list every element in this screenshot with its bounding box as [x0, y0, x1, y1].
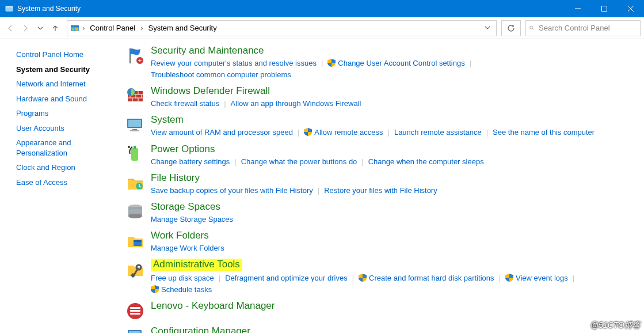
address-dropdown-icon[interactable] — [481, 24, 494, 32]
link-power-1[interactable]: Change what the power buttons do — [241, 156, 357, 168]
window-minimize-button[interactable] — [565, 0, 591, 17]
category-security-maintenance: Security and MaintenanceReview your comp… — [125, 44, 638, 81]
separator: | — [470, 58, 471, 69]
link-security-maintenance-0[interactable]: Review your computer's status and resolv… — [151, 58, 317, 69]
svg-point-30 — [128, 146, 130, 148]
search-input[interactable] — [538, 23, 637, 33]
uac-shield-icon — [359, 274, 367, 282]
address-bar[interactable]: › Control Panel › System and Security — [67, 20, 497, 36]
svg-line-11 — [532, 29, 534, 30]
separator: | — [219, 273, 220, 284]
separator: | — [321, 58, 323, 69]
storage-icon — [125, 202, 145, 222]
category-heading-workfolders[interactable]: Work Folders — [151, 230, 209, 241]
nav-up-button[interactable] — [48, 21, 62, 35]
link-system-0[interactable]: View amount of RAM and processor speed — [151, 127, 293, 138]
sidebar-item-user-accounts[interactable]: User Accounts — [16, 121, 117, 136]
firewall-icon — [125, 86, 145, 106]
link-admintools-3[interactable]: View event logs — [505, 273, 568, 284]
svg-rect-9 — [75, 28, 78, 31]
svg-rect-29 — [134, 146, 136, 149]
category-heading-filehistory[interactable]: File History — [151, 172, 200, 184]
sidebar-item-clock-and-region[interactable]: Clock and Region — [16, 160, 117, 175]
category-heading-system[interactable]: System — [151, 114, 184, 126]
chevron-right-icon[interactable]: › — [139, 24, 144, 32]
svg-rect-3 — [602, 6, 607, 12]
sidebar-item-network-and-internet[interactable]: Network and Internet — [16, 77, 117, 92]
link-system-1[interactable]: Allow remote access — [304, 127, 383, 138]
link-firewall-0[interactable]: Check firewall status — [151, 98, 219, 109]
power-icon — [125, 145, 145, 164]
link-filehistory-1[interactable]: Restore your files with File History — [324, 185, 437, 196]
sidebar-item-programs[interactable]: Programs — [16, 106, 117, 121]
separator: | — [318, 185, 319, 196]
sidebar-item-appearance-and-personalization[interactable]: Appearance and Personalization — [16, 135, 117, 160]
sidebar-item-control-panel-home[interactable]: Control Panel Home — [16, 47, 117, 62]
svg-rect-27 — [130, 130, 139, 131]
svg-rect-1 — [6, 6, 13, 8]
category-lenovo: Lenovo - Keyboard Manager — [125, 299, 638, 321]
svg-rect-36 — [134, 240, 142, 242]
separator: | — [486, 127, 488, 138]
link-admintools-1[interactable]: Defragment and optimize your drives — [225, 273, 347, 284]
category-system: SystemView amount of RAM and processor s… — [125, 113, 638, 138]
nav-back-button[interactable] — [3, 21, 17, 35]
link-security-maintenance-2[interactable]: Troubleshoot common computer problems — [151, 69, 291, 81]
titlebar-app-icon — [5, 4, 14, 13]
uac-shield-icon — [304, 128, 312, 136]
category-heading-firewall[interactable]: Windows Defender Firewall — [151, 85, 270, 97]
link-power-0[interactable]: Change battery settings — [151, 156, 230, 168]
category-heading-power[interactable]: Power Options — [151, 143, 215, 155]
separator: | — [388, 127, 390, 138]
link-storage-0[interactable]: Manage Storage Spaces — [151, 214, 233, 225]
separator: | — [224, 98, 226, 109]
refresh-button[interactable] — [501, 20, 521, 36]
svg-point-33 — [128, 214, 142, 218]
category-storage: Storage SpacesManage Storage Spaces — [125, 200, 638, 225]
category-heading-storage[interactable]: Storage Spaces — [151, 201, 220, 213]
link-security-maintenance-1[interactable]: Change User Account Control settings — [327, 58, 464, 69]
link-system-2[interactable]: Launch remote assistance — [394, 127, 482, 138]
chevron-right-icon[interactable]: › — [81, 24, 86, 32]
link-power-2[interactable]: Change when the computer sleeps — [368, 156, 484, 168]
sidebar-item-system-and-security[interactable]: System and Security — [16, 62, 117, 77]
category-heading-security-maintenance[interactable]: Security and Maintenance — [151, 45, 264, 56]
content-pane: Security and MaintenanceReview your comp… — [120, 39, 644, 333]
link-admintools-0[interactable]: Free up disk space — [151, 273, 214, 284]
link-filehistory-0[interactable]: Save backup copies of your files with Fi… — [151, 185, 313, 196]
navigation-toolbar: › Control Panel › System and Security — [0, 17, 644, 39]
link-admintools-4[interactable]: Schedule tasks — [151, 284, 212, 296]
control-panel-icon — [70, 23, 80, 33]
category-firewall: Windows Defender FirewallCheck firewall … — [125, 84, 638, 109]
security-maintenance-icon — [125, 46, 145, 66]
category-admintools: Administrative ToolsFree up disk space|D… — [125, 258, 638, 296]
svg-rect-7 — [71, 25, 79, 27]
configmgr-icon — [125, 327, 145, 333]
svg-rect-28 — [131, 148, 138, 161]
nav-recent-dropdown[interactable] — [33, 21, 47, 35]
search-box[interactable] — [525, 20, 641, 36]
breadcrumb-root[interactable]: Control Panel — [87, 22, 138, 33]
svg-rect-40 — [130, 307, 140, 309]
sidebar-item-ease-of-access[interactable]: Ease of Access — [16, 175, 117, 190]
category-heading-lenovo[interactable]: Lenovo - Keyboard Manager — [151, 300, 275, 312]
link-workfolders-0[interactable]: Manage Work Folders — [151, 243, 224, 254]
sidebar-item-hardware-and-sound[interactable]: Hardware and Sound — [16, 92, 117, 107]
svg-rect-25 — [128, 120, 141, 127]
link-admintools-2[interactable]: Create and format hard disk partitions — [359, 273, 494, 284]
separator: | — [352, 273, 354, 284]
separator: | — [361, 156, 363, 168]
svg-rect-41 — [130, 310, 140, 312]
category-heading-admintools[interactable]: Administrative Tools — [151, 259, 242, 271]
category-heading-configmgr[interactable]: Configuration Manager — [151, 326, 250, 333]
window-close-button[interactable] — [618, 0, 644, 17]
window-maximize-button[interactable] — [591, 0, 618, 17]
link-firewall-1[interactable]: Allow an app through Windows Firewall — [231, 98, 361, 109]
nav-forward-button[interactable] — [18, 21, 32, 35]
svg-rect-42 — [130, 313, 140, 315]
window-titlebar: System and Security — [0, 0, 644, 17]
separator: | — [499, 273, 501, 284]
breadcrumb-current[interactable]: System and Security — [145, 22, 219, 33]
admintools-icon — [125, 260, 145, 279]
link-system-3[interactable]: See the name of this computer — [493, 127, 595, 138]
